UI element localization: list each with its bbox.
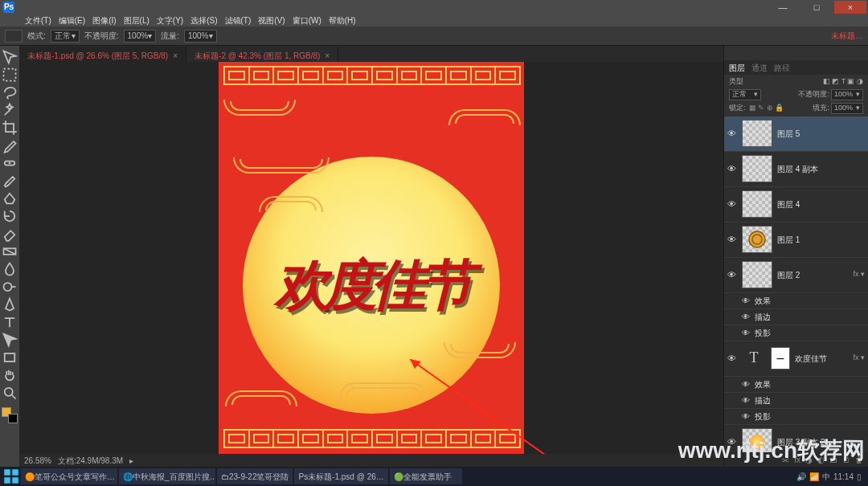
- layer-effect[interactable]: 👁投影: [724, 325, 868, 341]
- menu-window[interactable]: 窗口(W): [290, 15, 324, 26]
- menu-type[interactable]: 文字(Y): [154, 15, 186, 26]
- svg-rect-10: [4, 469, 10, 476]
- layer-row[interactable]: 👁 图层 2 fx ▾: [724, 258, 868, 293]
- layers-footer: ⫘ fx ◑ ◐ 🗀 🗋 🗑: [724, 452, 868, 467]
- tool-path[interactable]: [2, 332, 18, 348]
- flow-select[interactable]: 100%▾: [184, 30, 217, 43]
- blend-mode-select[interactable]: 正常▾: [51, 30, 80, 43]
- menu-filter[interactable]: 滤镜(T): [223, 15, 254, 26]
- layer-opacity[interactable]: 100%▾: [831, 89, 863, 100]
- menu-layer[interactable]: 图层(L): [121, 15, 152, 26]
- group-icon[interactable]: 🗀: [829, 455, 837, 465]
- canvas[interactable]: 欢度佳节: [219, 62, 524, 454]
- tray-volume-icon[interactable]: 🔊: [796, 472, 806, 482]
- tool-eyedropper[interactable]: [2, 137, 18, 153]
- tool-gradient[interactable]: [2, 243, 18, 259]
- lock-icons[interactable]: ▦ ✎ ⊕ 🔒: [749, 104, 784, 113]
- layer-effect[interactable]: 👁描边: [724, 393, 868, 409]
- show-desktop[interactable]: ▯: [857, 472, 862, 482]
- visibility-icon[interactable]: 👁: [726, 353, 737, 364]
- taskbar-item[interactable]: 🟢 全能发票助手: [390, 468, 462, 484]
- layer-row[interactable]: 👁 图层 4 副本: [724, 152, 868, 187]
- taskbar-item[interactable]: Ps 未标题-1.psd @ 26…: [294, 468, 387, 484]
- tool-dodge[interactable]: [2, 279, 18, 295]
- layer-effect[interactable]: 👁描边: [724, 309, 868, 325]
- tool-hand[interactable]: [2, 367, 18, 383]
- tool-clone[interactable]: [2, 190, 18, 206]
- taskbar-item[interactable]: 🗀 23-9-22笔哥登陆: [217, 468, 293, 484]
- titlebar: — □ ×: [0, 0, 868, 14]
- window-maximize[interactable]: □: [800, 1, 833, 14]
- panel-tab-layers[interactable]: 图层: [729, 63, 745, 73]
- visibility-icon[interactable]: 👁: [726, 234, 737, 245]
- adjustment-icon[interactable]: ◐: [817, 455, 825, 465]
- tool-move[interactable]: [2, 49, 18, 65]
- layers-list[interactable]: 👁 图层 5 👁 图层 4 副本 👁 图层 4 👁 图层: [724, 116, 868, 452]
- tool-healing[interactable]: [2, 155, 18, 171]
- menu-edit[interactable]: 编辑(E): [56, 15, 88, 26]
- tool-crop[interactable]: [2, 120, 18, 136]
- window-minimize[interactable]: —: [767, 1, 799, 14]
- greek-border-top: [223, 66, 519, 85]
- visibility-icon[interactable]: 👁: [726, 269, 737, 280]
- visibility-icon[interactable]: 👁: [726, 163, 737, 174]
- zoom-level[interactable]: 26.58%: [24, 455, 51, 466]
- tool-rectangle[interactable]: [2, 349, 18, 366]
- tool-blur[interactable]: [2, 261, 18, 277]
- close-tab-icon[interactable]: ×: [173, 51, 178, 61]
- document-tab-1[interactable]: 未标题-1.psd @ 26.6% (图层 5, RGB/8) ×: [19, 47, 186, 62]
- tool-options-bar: 模式: 正常▾ 不透明度: 100%▾ 流量: 100%▾ 未标题…: [0, 27, 868, 46]
- layer-row[interactable]: 👁 图层 3 副本 2: [724, 425, 868, 452]
- tray-network-icon[interactable]: 📶: [809, 472, 819, 482]
- tool-marquee[interactable]: [2, 67, 18, 83]
- mask-icon[interactable]: ◑: [805, 455, 813, 465]
- layer-row[interactable]: 👁 图层 4: [724, 187, 868, 223]
- menu-view[interactable]: 视图(V): [256, 15, 287, 26]
- layer-row[interactable]: 👁 图层 1: [724, 223, 868, 258]
- color-swatches[interactable]: [2, 407, 18, 423]
- tool-zoom[interactable]: [2, 385, 18, 401]
- layer-blend-mode[interactable]: 正常▾: [729, 89, 761, 100]
- greek-border-bottom: [223, 429, 519, 448]
- menu-help[interactable]: 帮助(H): [326, 15, 358, 26]
- document-tab-2[interactable]: 未标题-2 @ 42.3% (图层 1, RGB/8) ×: [186, 47, 338, 62]
- layer-effect[interactable]: 👁效果: [724, 293, 868, 309]
- visibility-icon[interactable]: 👁: [726, 128, 737, 139]
- tool-brush[interactable]: [2, 173, 18, 189]
- tool-lasso[interactable]: [2, 84, 18, 100]
- tool-eraser[interactable]: [2, 226, 18, 242]
- visibility-icon[interactable]: 👁: [726, 198, 737, 210]
- opacity-select[interactable]: 100%▾: [124, 30, 157, 43]
- layer-fill[interactable]: 100%▾: [831, 103, 863, 114]
- layer-effect[interactable]: 👁投影: [724, 409, 868, 425]
- menu-file[interactable]: 文件(T): [23, 15, 54, 26]
- right-doc-text: 未标题…: [831, 31, 863, 41]
- panel-tab-paths[interactable]: 路径: [774, 63, 790, 73]
- layer-effect[interactable]: 👁效果: [724, 377, 868, 393]
- tool-magic-wand[interactable]: [2, 102, 18, 118]
- background-color[interactable]: [8, 414, 18, 423]
- link-layers-icon[interactable]: ⫘: [781, 455, 789, 465]
- menubar: 文件(T) 编辑(E) 图像(I) 图层(L) 文字(Y) 选择(S) 滤镜(T…: [0, 14, 868, 27]
- layer-row[interactable]: 👁 图层 5: [724, 116, 868, 152]
- clock[interactable]: 11:14: [833, 472, 854, 482]
- start-button[interactable]: [3, 468, 19, 484]
- tool-history-brush[interactable]: [2, 208, 18, 224]
- brush-preset-swatch[interactable]: [5, 30, 23, 43]
- taskbar-item[interactable]: 🌐 中秋海报_百度图片搜…: [119, 468, 215, 484]
- close-tab-icon[interactable]: ×: [325, 51, 330, 61]
- tool-type[interactable]: [2, 314, 18, 330]
- delete-layer-icon[interactable]: 🗑: [855, 455, 863, 465]
- panel-tab-channels[interactable]: 通道: [751, 63, 768, 73]
- layer-row[interactable]: 👁 T – 欢度佳节 fx ▾: [724, 341, 868, 377]
- visibility-icon[interactable]: 👁: [726, 436, 737, 447]
- window-close[interactable]: ×: [834, 1, 866, 14]
- menu-image[interactable]: 图像(I): [90, 15, 118, 26]
- doc-info: 文档:24.9M/98.3M: [58, 455, 123, 466]
- tray-language-icon[interactable]: 中: [822, 472, 830, 482]
- fx-icon[interactable]: fx: [794, 455, 800, 465]
- menu-select[interactable]: 选择(S): [188, 15, 219, 26]
- tool-pen[interactable]: [2, 296, 18, 312]
- new-layer-icon[interactable]: 🗋: [842, 455, 850, 465]
- taskbar-item[interactable]: 🟠 笔哥公众号文章写作…: [21, 468, 117, 484]
